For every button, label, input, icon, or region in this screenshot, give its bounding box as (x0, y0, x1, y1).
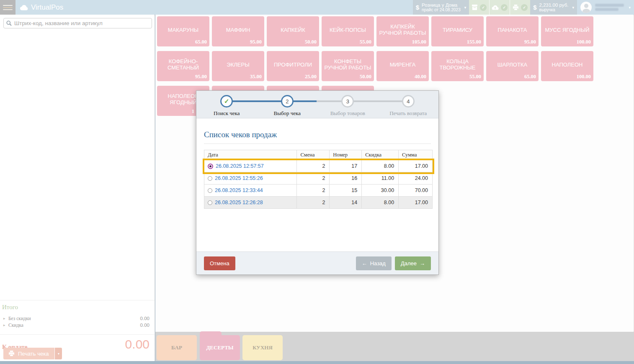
step-select-receipt[interactable]: 2 Выбор чека (257, 95, 318, 118)
product-tile[interactable]: ПРОФИТРОЛИ25.00 (267, 51, 319, 81)
receipt-row[interactable]: 26.08.2025 12:26:28 2 14 8.00 17.00 (204, 197, 433, 209)
cloud-upload-icon (492, 5, 499, 10)
product-tile[interactable]: ТИРАМИСУ155.00 (431, 16, 484, 46)
return-wizard-modal: ✓ Поиск чека 2 Выбор чека 3 Выбор товаро… (196, 90, 439, 275)
tab-kitchen[interactable]: КУХНЯ (242, 335, 283, 360)
totals-title: Итого (2, 304, 155, 311)
modal-title: Список чеков продаж (204, 130, 431, 139)
product-tile[interactable]: ЭКЛЕРЫ35.00 (212, 51, 264, 81)
product-tile[interactable]: КАПКЕЙК РУЧНОЙ РАБОТЫ105.00 (376, 16, 429, 46)
check-icon: ✓ (480, 4, 487, 11)
print-options-caret[interactable]: ▾ (54, 348, 62, 359)
payable-amount: 0.00 (125, 338, 149, 351)
chevron-down-icon: ▾ (464, 5, 466, 10)
top-header: VirtualPos $ Розница у Дома прайс от 24.… (0, 0, 634, 15)
user-menu[interactable]: ▾ (577, 0, 634, 15)
search-icon (6, 21, 12, 26)
receipt-row[interactable]: 26.08.2025 12:33:44 2 15 30.00 70.00 (204, 185, 433, 197)
user-name-redacted (595, 4, 624, 11)
receipt-row[interactable]: 26.08.2025 12:55:26 2 16 11.00 24.00 (204, 172, 433, 185)
cashbox-icon (472, 5, 478, 10)
col-header-number: Номер (330, 150, 362, 160)
step-search-receipt[interactable]: ✓ Поиск чека (196, 95, 257, 118)
radio-unselected[interactable] (208, 176, 212, 181)
chevron-down-icon: ▾ (572, 5, 574, 10)
print-receipt-button[interactable]: Печать чека (3, 348, 54, 359)
virtualpos-app: VirtualPos $ Розница у Дома прайс от 24.… (0, 0, 634, 364)
chevron-down-icon: ▾ (629, 5, 631, 10)
cart-sidebar: Итого ▸ Без скидки 0.00 ▸ Скидка 0.00 К … (0, 15, 155, 361)
receipt-date-link[interactable]: 26.08.2025 12:33:44 (215, 187, 263, 193)
total-row-no-discount[interactable]: ▸ Без скидки 0.00 (0, 315, 155, 322)
step-done-check-icon: ✓ (220, 95, 233, 108)
expand-triangle-icon: ▸ (3, 316, 8, 320)
hamburger-menu-icon[interactable] (0, 0, 15, 15)
product-tile[interactable]: КЕЙК-ПОПСЫ55.00 (322, 16, 374, 46)
revenue-dropdown[interactable]: $ 2,231.00 руб. выручка ▾ (530, 0, 577, 15)
product-tile[interactable]: МИРЕНГА40.00 (376, 51, 429, 81)
revenue-amount: 2,231.00 руб. (539, 3, 569, 8)
back-button[interactable]: ←Назад (356, 256, 392, 270)
tab-desserts[interactable]: ДЕСЕРТЫ (200, 335, 240, 360)
col-header-sum: Сумма (399, 150, 433, 160)
product-tile[interactable]: ШАРЛОТКА65.00 (486, 51, 539, 81)
sync-shift-status[interactable]: ✓ (469, 0, 490, 15)
product-tile[interactable]: МАФФИН95.00 (212, 16, 264, 46)
avatar (580, 2, 592, 13)
receipt-date-link[interactable]: 26.08.2025 12:55:26 (215, 175, 263, 181)
printer-icon (8, 351, 15, 356)
print-receipt-split-button: Печать чека ▾ (3, 348, 62, 359)
sync-printer-status[interactable]: ✓ (510, 0, 530, 15)
search-input[interactable] (14, 20, 149, 26)
app-brand: VirtualPos (20, 0, 63, 15)
product-tile[interactable]: КОФЕЙНО-СМЕТАНЫЙ95.00 (157, 51, 209, 81)
next-button[interactable]: Далее→ (395, 256, 431, 270)
store-price-date: прайс от 24.08.2023 (422, 8, 461, 13)
check-icon: ✓ (501, 4, 508, 11)
store-selector[interactable]: $ Розница у Дома прайс от 24.08.2023 ▾ (413, 0, 469, 15)
app-title: VirtualPos (31, 3, 63, 12)
step-print-return: 4 Печать возврата (378, 95, 439, 118)
revenue-label: выручка (539, 8, 569, 13)
printer-icon (513, 5, 519, 10)
product-tile[interactable]: КОНФЕТЫ РУЧНОЙ РАБОТЫ50.00 (322, 51, 374, 81)
product-tile[interactable]: ПАНАКОТА95.00 (486, 16, 539, 46)
product-tile[interactable]: КАПКЕЙК50.00 (267, 16, 319, 46)
check-icon: ✓ (521, 4, 528, 11)
arrow-left-icon: ← (362, 260, 367, 267)
chevron-down-icon: ▾ (58, 352, 59, 356)
wizard-steps: ✓ Поиск чека 2 Выбор чека 3 Выбор товаро… (196, 91, 438, 118)
sync-cloud-status[interactable]: ✓ (490, 0, 510, 15)
dollar-icon: $ (533, 4, 536, 11)
receipts-table: Дата Смена Номер Скидка Сумма 26.08.2025… (204, 150, 433, 209)
col-header-date: Дата (204, 150, 297, 160)
receipt-row[interactable]: 26.08.2025 12:57:57 2 17 8.00 17.00 (204, 160, 433, 172)
col-header-discount: Скидка (362, 150, 399, 160)
step-select-items: 3 Выбор товаров (317, 95, 378, 118)
receipt-date-link[interactable]: 26.08.2025 12:26:28 (215, 200, 263, 205)
product-tile[interactable]: КОЛЬЦА ТВОРОЖНЫЕ55.00 (431, 51, 484, 81)
cloud-icon (20, 5, 28, 10)
product-tile[interactable]: МУСС ЯГОДНЫЙ100.00 (541, 16, 593, 46)
product-tile[interactable]: НАПОЛЕОН100.00 (541, 51, 593, 81)
sync-status-bar: ✓ ✓ ✓ (469, 0, 530, 15)
totals-section: Итого ▸ Без скидки 0.00 ▸ Скидка 0.00 К … (0, 300, 155, 351)
arrow-right-icon: → (420, 260, 425, 267)
radio-unselected[interactable] (208, 188, 212, 193)
search-box (3, 18, 152, 28)
product-tile[interactable]: МАКАРУНЫ65.00 (157, 16, 209, 46)
dollar-icon: $ (416, 4, 419, 11)
receipt-date-link[interactable]: 26.08.2025 12:57:57 (216, 163, 264, 169)
tab-bar[interactable]: БАР (157, 335, 197, 360)
modal-footer: Отмена ←Назад Далее→ (196, 251, 438, 274)
radio-unselected[interactable] (208, 200, 212, 205)
category-tab-bar: БАР ДЕСЕРТЫ КУХНЯ (155, 332, 634, 361)
store-name: Розница у Дома (422, 3, 461, 8)
cancel-button[interactable]: Отмена (204, 256, 235, 270)
total-row-discount[interactable]: ▸ Скидка 0.00 (0, 322, 155, 328)
expand-triangle-icon: ▸ (3, 323, 8, 327)
radio-selected[interactable] (208, 164, 213, 169)
col-header-shift: Смена (297, 150, 330, 160)
